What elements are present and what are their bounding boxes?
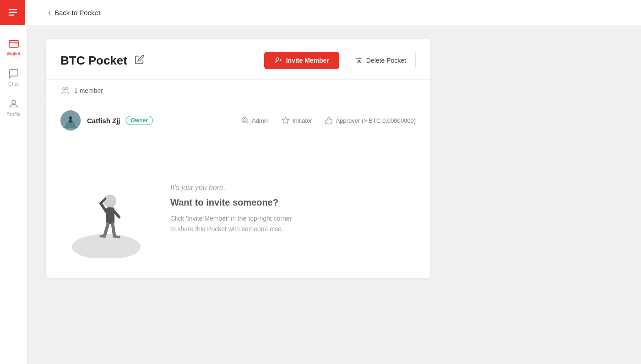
svg-point-9	[63, 87, 65, 90]
sidebar-chat-label: Chat	[8, 81, 19, 87]
admin-icon	[241, 116, 249, 125]
member-count-label: 1 member	[74, 87, 103, 94]
admin-label: Admin	[252, 117, 269, 124]
empty-illustration	[60, 158, 152, 260]
initiator-icon	[282, 116, 290, 125]
pocket-title: BTC Pocket	[60, 54, 127, 68]
approver-label: Approver (> BTC 0.00000000)	[336, 117, 416, 124]
svg-point-6	[276, 58, 278, 60]
sidebar-profile-label: Profile	[6, 111, 21, 117]
member-roles: Admin Initiator Approver (> BTC 0.000000…	[241, 116, 416, 125]
delete-pocket-button[interactable]: Delete Pocket	[346, 52, 416, 69]
role-initiator: Initiator	[282, 116, 312, 125]
svg-line-18	[246, 122, 248, 123]
approver-icon	[325, 116, 333, 125]
avatar-image	[60, 110, 81, 130]
owner-badge: Owner	[126, 116, 153, 125]
svg-point-5	[12, 100, 16, 104]
pocket-actions: Invite Member Delete Pocket	[264, 52, 416, 69]
svg-point-19	[243, 119, 246, 121]
empty-tagline: It's just you here.	[170, 184, 299, 192]
member-row: Catfish Zjj Owner Admin Initiator	[46, 102, 430, 139]
delete-pocket-label: Delete Pocket	[366, 57, 406, 64]
app-icon	[0, 0, 25, 25]
pocket-card: BTC Pocket Invite Member	[46, 39, 430, 278]
top-bar: ‹ Back to Pocket	[0, 0, 641, 25]
svg-point-13	[69, 116, 72, 119]
svg-line-29	[113, 224, 114, 236]
pocket-header: BTC Pocket Invite Member	[46, 39, 430, 80]
svg-point-10	[66, 87, 68, 90]
empty-heading: Want to invite someone?	[170, 197, 299, 208]
initiator-label: Initiator	[293, 117, 312, 124]
back-label: Back to Pocket	[54, 9, 100, 16]
role-admin: Admin	[241, 116, 269, 125]
pocket-title-row: BTC Pocket	[60, 54, 145, 68]
svg-point-22	[103, 195, 116, 207]
sidebar: Wallet Chat Profile	[0, 25, 27, 364]
members-icon	[60, 86, 70, 95]
member-count-row: 1 member	[46, 80, 430, 102]
sidebar-item-wallet[interactable]: Wallet	[0, 34, 27, 60]
avatar	[60, 110, 81, 130]
back-to-pocket-link[interactable]: ‹ Back to Pocket	[48, 8, 100, 17]
sidebar-item-chat[interactable]: Chat	[0, 65, 27, 90]
empty-state: It's just you here. Want to invite someo…	[46, 139, 430, 278]
back-chevron-icon: ‹	[48, 8, 51, 17]
member-name: Catfish Zjj	[87, 117, 120, 125]
svg-rect-4	[9, 40, 18, 47]
svg-point-21	[72, 234, 141, 258]
sidebar-item-profile[interactable]: Profile	[0, 95, 27, 120]
role-approver: Approver (> BTC 0.00000000)	[325, 116, 416, 125]
svg-point-17	[242, 117, 247, 123]
main-content: BTC Pocket Invite Member	[27, 25, 641, 364]
svg-line-30	[114, 236, 119, 237]
edit-pocket-icon[interactable]	[135, 54, 145, 66]
svg-line-26	[114, 212, 119, 217]
empty-text: It's just you here. Want to invite someo…	[170, 184, 299, 234]
sidebar-wallet-label: Wallet	[6, 51, 20, 56]
svg-rect-23	[106, 207, 114, 224]
empty-description: Click 'Invite Member' in the top-right c…	[170, 213, 299, 234]
invite-member-label: Invite Member	[286, 57, 329, 64]
svg-marker-20	[282, 117, 289, 124]
invite-member-button[interactable]: Invite Member	[264, 52, 339, 69]
